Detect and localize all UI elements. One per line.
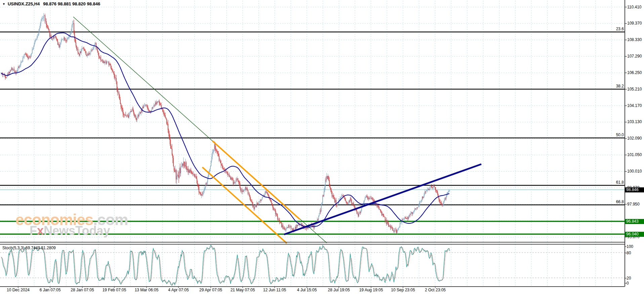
- fib-label-50.0: 50.0: [616, 133, 624, 137]
- price-axis-label-106.250: 106.250: [627, 70, 642, 75]
- price-marker-96.843: 96.843: [625, 219, 644, 224]
- price-axis-label-102.090: 102.090: [627, 136, 642, 141]
- fib-label-23.6: 23.6: [616, 27, 624, 31]
- date-label-0: 10 Dec 2024: [7, 288, 30, 292]
- price-axis-label-103.130: 103.130: [627, 119, 642, 124]
- watermark-f: F: [30, 224, 37, 237]
- fib-label-66.8: 66.8: [616, 200, 624, 204]
- stoch-scale-100: 100: [627, 244, 633, 249]
- date-label-5: 4 Apr 07:05: [168, 288, 189, 292]
- price-axis-label-104.170: 104.170: [627, 103, 642, 108]
- watermark-rest: NewsToday: [44, 224, 110, 237]
- date-label-6: 29 Apr 07:05: [199, 288, 222, 292]
- price-axis-label-108.330: 108.330: [627, 37, 642, 42]
- ascending-support-navy: [284, 164, 481, 234]
- date-label-12: 10 Sep 23:05: [391, 288, 415, 292]
- price-axis-label-110.410: 110.410: [627, 5, 642, 10]
- date-label-10: 28 Jul 19:05: [328, 288, 350, 292]
- date-label-13: 2 Oct 23:05: [425, 288, 446, 292]
- date-label-9: 4 Jul 15:05: [297, 288, 317, 292]
- stochastic-k-line: [1, 245, 450, 285]
- price-axis-label-97.950: 97.950: [627, 202, 640, 207]
- watermark-x-logo: x: [37, 224, 44, 237]
- price-chart-canvas[interactable]: [0, 0, 644, 294]
- date-label-3: 19 Feb 07:05: [103, 288, 126, 292]
- stochastic-indicator-label: Stoch(5,3,3) 69.7449 51.2809: [2, 246, 56, 250]
- date-label-1: 6 Jan 07:05: [40, 288, 61, 292]
- chart-window: economies.com FxNewsToday ▼USINDX.Z25,H4…: [0, 0, 644, 294]
- fib-label-38.2: 38.2: [616, 84, 624, 88]
- candle-bodies-bull: [1, 15, 450, 233]
- date-label-2: 28 Jan 07:05: [71, 288, 94, 292]
- price-axis-label-109.370: 109.370: [627, 21, 642, 26]
- price-axis-label-101.050: 101.050: [627, 152, 642, 157]
- moving-average-line: [1, 33, 449, 227]
- fib-label-61.8: 61.8: [616, 180, 624, 185]
- stoch-scale-80: 80: [627, 251, 631, 256]
- watermark-fxnewstoday: FxNewsToday: [30, 225, 110, 237]
- ohlc-quote-values: 98.876 98.881 98.820 98.846: [43, 1, 100, 6]
- date-label-7: 21 May 07:05: [231, 288, 255, 292]
- stoch-scale-0: 0: [627, 281, 629, 286]
- symbol-timeframe-label: USINDX.Z25,H4: [8, 1, 40, 6]
- candle-wicks-bull: [1, 13, 450, 234]
- price-axis-label-105.210: 105.210: [627, 87, 642, 92]
- date-label-11: 19 Aug 19:05: [359, 288, 383, 292]
- stoch-scale-20: 20: [627, 276, 631, 281]
- price-marker-96.040: 96.040: [625, 232, 644, 237]
- date-label-4: 13 Mar 06:05: [135, 288, 159, 292]
- price-axis-label-100.010: 100.010: [627, 169, 642, 174]
- price-marker-98.846: 98.846: [625, 187, 644, 192]
- date-label-8: 12 Jun 11:05: [263, 288, 286, 292]
- descending-channel-upper-orange: [212, 141, 300, 219]
- symbol-header[interactable]: ▼USINDX.Z25,H498.876 98.881 98.820 98.84…: [2, 1, 100, 6]
- price-axis-label-107.290: 107.290: [627, 54, 642, 59]
- chevron-down-icon[interactable]: ▼: [2, 2, 5, 6]
